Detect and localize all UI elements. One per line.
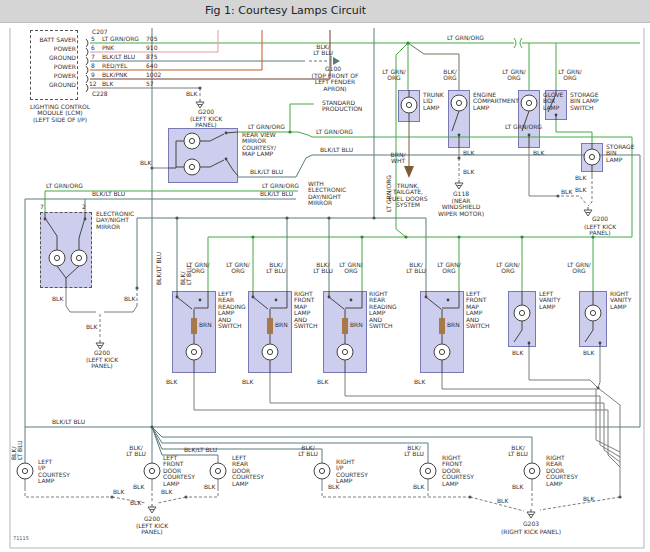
- wire-label-blk: BLK: [317, 379, 328, 385]
- wire-label-brn: BRN: [350, 322, 363, 328]
- wire-label-brn-wht: BRN/ WHT: [391, 152, 406, 165]
- wire-label-brn: BRN: [199, 322, 212, 328]
- glove-box-lamp-label: GLOVE BOX LAMP: [543, 92, 563, 111]
- wire-label-blk: BLK: [413, 484, 424, 490]
- left-rear-door-label: LEFT REAR DOOR COURTESY LAMP: [232, 455, 264, 487]
- lcm-pin-number: 7: [91, 54, 95, 60]
- lcm-pin-function: GROUND: [28, 82, 76, 88]
- wire-label-blk-lt-blu: BLK/LT BLU: [52, 419, 85, 425]
- wire-label-lt-grn-org: LT GRN/ORG: [46, 183, 83, 189]
- lcm-pin-circuit: 640: [146, 63, 157, 69]
- wire-label-lt-grn-org: LT GRN/ ORG: [502, 69, 525, 82]
- right-rear-door-label: RIGHT REAR DOOR COURTESY LAMP: [546, 455, 578, 487]
- wire-label-blk-lt-blu: BLK/LT BLU: [250, 169, 283, 175]
- lcm-pin-number: 6: [91, 45, 95, 51]
- wire-label-blk: BLK: [583, 350, 594, 356]
- wire-label-blk: BLK: [497, 498, 508, 504]
- lcm-pin-wire: BLK/LT BLU: [102, 54, 135, 60]
- right-ip-courtesy-label: RIGHT I/P COURTESY LAMP: [336, 459, 368, 485]
- wire-label-lt-grn-org: LT GRN/ORG: [505, 124, 542, 130]
- wire-label-lt-grn-org: LT GRN/ORG: [447, 35, 484, 41]
- left-rear-reading-label: LEFT REAR READING LAMP AND SWITCH: [218, 291, 246, 330]
- right-front-door-label: RIGHT FRONT DOOR COURTESY LAMP: [442, 455, 474, 487]
- wire-label-blk-lt-blu: BLK/ LT BLU: [404, 445, 424, 458]
- wire-label-blk-org: BLK/ ORG: [443, 69, 457, 82]
- wire-label-blk: BLK: [463, 169, 474, 175]
- note-trunk-system: TRUNK, TAILGATE, FUEL DOORS SYSTEM: [389, 183, 428, 209]
- wire-label-blk: BLK: [140, 160, 151, 166]
- lcm-pin-function: POWER: [28, 73, 76, 79]
- right-vanity-label: RIGHT VANITY LAMP: [610, 291, 631, 310]
- lcm-pin-circuit: 57: [146, 81, 154, 87]
- wire-label-blk-lt-blu: BLK/ LT BLU: [298, 445, 318, 458]
- ground-g200-mid-loc: (LEFT KICK PANEL): [86, 357, 118, 370]
- lcm-pin-wire: BLK: [102, 81, 113, 87]
- ground-g200-bottom-loc: (LEFT KICK PANEL): [136, 523, 168, 536]
- ground-g203: G203: [523, 521, 539, 527]
- wire-label-lt-grn-org: LT GRN/ORG: [248, 124, 285, 130]
- wire-label-lt-grn-org-vertical: LT GRN/ORG: [386, 175, 392, 212]
- wire-label-lt-grn-org: LT GRN/ ORG: [226, 262, 249, 275]
- lcm-pin-wire: PNK: [102, 45, 114, 51]
- left-front-map-label: LEFT FRONT MAP LAMP AND SWITCH: [466, 291, 490, 330]
- ground-g200-right: G200: [592, 216, 608, 222]
- lcm-caption: LIGHTING CONTROL MODULE (LCM) (LEFT SIDE…: [30, 104, 90, 123]
- lcm-pin-circuit: 875: [146, 54, 157, 60]
- electronic-mirror-pin-7: 7: [40, 204, 44, 210]
- lcm-pin-circuit: 910: [146, 45, 157, 51]
- engine-compartment-lamp-label: ENGINE COMPARTMENT LAMP: [473, 92, 519, 111]
- figure-id: 71115: [13, 536, 29, 541]
- wire-label-blk-lt-blu: BLK/ LT BLU: [508, 445, 528, 458]
- wire-label-blk-lt-blu: BLK/LT BLU: [92, 191, 125, 197]
- wire-label-blk: BLK: [166, 379, 177, 385]
- wire-label-blk: BLK: [204, 484, 215, 490]
- wire-label-blk-lt-blu: BLK/ LT BLU: [126, 445, 146, 458]
- lcm-pin-function: GROUND: [28, 55, 76, 61]
- wire-label-lt-grn-org: LT GRN/ ORG: [496, 262, 519, 275]
- lcm-pin-circuit: 705: [146, 36, 157, 42]
- wire-label-blk: BLK: [328, 484, 339, 490]
- wire-label-blk: BLK: [52, 296, 63, 302]
- wire-label-blk-lt-blu: BLK/ LT BLU: [266, 262, 286, 275]
- ground-g100-loc: (TOP FRONT OF LEFT FENDER APRON): [312, 73, 359, 92]
- wire-label-lt-grn-org: LT GRN/ ORG: [339, 262, 362, 275]
- electronic-mirror-pin-2: 2: [82, 204, 86, 210]
- wire-label-blk-lt-blu: BLK/LT BLU: [184, 447, 217, 453]
- lcm-pin-wire: LT GRN/ORG: [102, 36, 139, 42]
- wire-label-blk: BLK: [186, 91, 197, 97]
- wire-label-lt-grn-org: LT GRN/ ORG: [558, 69, 581, 82]
- title-bar: Fig 1: Courtesy Lamps Circuit: [0, 0, 650, 23]
- blk-org-wire: [408, 43, 459, 90]
- wire-label-blk: BLK: [561, 189, 572, 195]
- wire-label-lt-grn-org: LT GRN/ ORG: [186, 262, 209, 275]
- note-with-electronic-mirror: WITH ELECTRONIC DAY/NIGHT MIRROR: [308, 181, 346, 207]
- wire-label-blk: BLK: [533, 150, 544, 156]
- lcm-pin-function: BATT SAVER: [28, 37, 76, 43]
- wire-label-lt-grn-org: LT GRN/ ORG: [382, 69, 405, 82]
- wire-label-blk: BLK: [86, 324, 97, 330]
- wire-label-blk: BLK: [242, 379, 253, 385]
- wire-label-lt-grn-org: LT GRN/ORG: [316, 129, 353, 135]
- lcm-pin-number: 8: [91, 63, 95, 69]
- wire-label-lt-grn-org: LT GRN/ ORG: [567, 262, 590, 275]
- wire-label-blk: BLK: [130, 500, 141, 506]
- wire-label-blk: BLK: [575, 175, 586, 181]
- wire-label-blk: BLK: [575, 187, 586, 193]
- right-rear-reading-label: RIGHT REAR READING LAMP AND SWITCH: [369, 291, 397, 330]
- rear-view-mirror-label: REAR VIEW MIRROR COURTESY/ MAP LAMP: [242, 132, 276, 158]
- wire-label-blk-lt-blu: BLK/LT BLU: [260, 191, 293, 197]
- wire-label-lt-grn-org: LT GRN/ ORG: [437, 262, 460, 275]
- left-front-door-label: LEFT FRONT DOOR COURTESY LAMP: [163, 455, 195, 487]
- wire-label-blk: BLK: [512, 350, 523, 356]
- wire-label-blk: BLK: [512, 484, 523, 490]
- lcm-pin-wire: BLK/PNK: [102, 72, 127, 78]
- ground-g200-right-loc: (LEFT KICK PANEL): [575, 224, 625, 237]
- lcm-pin-circuit: 1002: [146, 72, 161, 78]
- ground-g203-loc: (RIGHT KICK PANEL): [501, 529, 561, 535]
- lamp-symbols: [17, 95, 601, 479]
- connector-c228: C228: [92, 91, 108, 97]
- wire-label-blk: BLK: [463, 150, 474, 156]
- wire-label-blk: BLK: [414, 379, 425, 385]
- storage-bin-lamp-label: STORAGE BIN LAMP: [606, 144, 635, 163]
- wire-label-blk-lt-blu: BLK/ LT BLU: [313, 262, 333, 275]
